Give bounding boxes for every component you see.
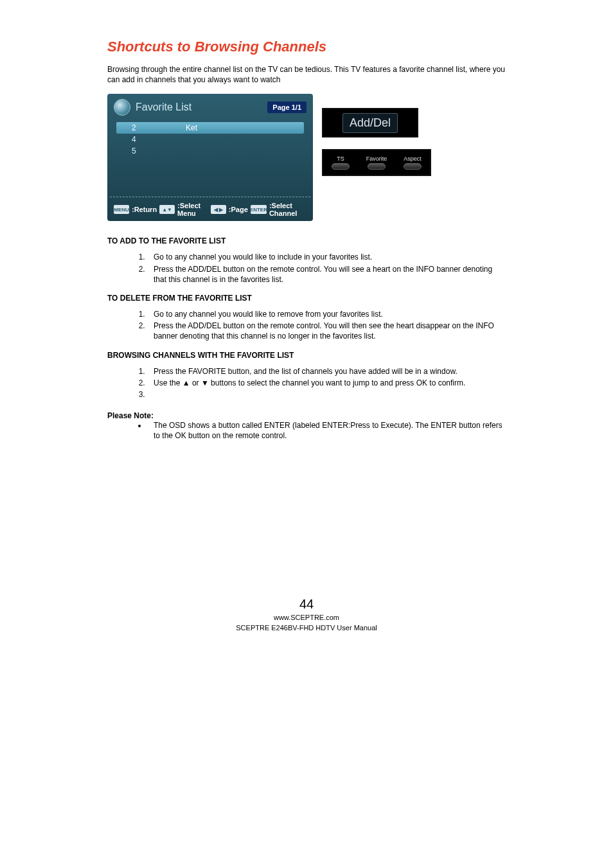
adddel-label: Add/Del (342, 113, 398, 133)
remote-key-icon (368, 163, 386, 170)
list-item: The OSD shows a button called ENTER (lab… (147, 420, 506, 441)
section-title-delete: TO DELETE FROM THE FAVORITE LIST (107, 294, 506, 303)
osd-channel-number: 2 (132, 123, 141, 132)
osd-channel-label: Ket (186, 123, 197, 132)
remote-button-aspect: Aspect (404, 155, 422, 170)
remote-key-icon (332, 163, 350, 170)
osd-footer-label: :Select Menu (177, 202, 208, 217)
updown-key-icon: ▲▼ (159, 205, 175, 214)
note-title: Please Note: (107, 411, 506, 420)
intro-text: Browsing through the entire channel list… (107, 64, 506, 85)
osd-channel-number: 4 (132, 135, 141, 144)
section-title-browse: BROWSING CHANNELS WITH THE FAVORITE LIST (107, 351, 506, 360)
remote-buttons-figure: TS Favorite Aspect (322, 149, 431, 176)
page-number: 44 (107, 595, 506, 613)
list-item: Press the ADD/DEL button on the remote c… (147, 264, 506, 285)
note-list: The OSD shows a button called ENTER (lab… (107, 420, 506, 441)
section-title-add: TO ADD TO THE FAVORITE LIST (107, 236, 506, 245)
enter-key-icon: ENTER (251, 205, 267, 214)
leftright-key-icon: ◀ ▶ (211, 205, 226, 214)
page-footer: 44 www.SCEPTRE.com SCEPTRE E246BV-FHD HD… (107, 595, 506, 633)
list-item: Press the FAVORITE button, and the list … (147, 366, 506, 376)
globe-icon (114, 99, 130, 116)
add-steps: Go to any channel you would like to incl… (107, 252, 506, 285)
browse-steps: Press the FAVORITE button, and the list … (107, 366, 506, 400)
footer-url: www.SCEPTRE.com (107, 613, 506, 623)
page-heading: Shortcuts to Browsing Channels (107, 39, 506, 55)
remote-button-label: Favorite (366, 155, 387, 162)
osd-footer: MENU :Return ▲▼ :Select Menu ◀ ▶ :Page E… (114, 200, 306, 218)
remote-button-favorite: Favorite (366, 155, 387, 170)
remote-button-label: Aspect (404, 155, 422, 162)
figure-row: Favorite List Page 1/1 2 Ket 4 5 MENU (107, 94, 506, 221)
remote-button-label: TS (337, 155, 344, 162)
list-item: Go to any channel you would like to incl… (147, 252, 506, 262)
remote-button-ts: TS (332, 155, 350, 170)
osd-footer-label: :Page (229, 206, 248, 213)
osd-favorite-list: Favorite List Page 1/1 2 Ket 4 5 MENU (107, 94, 313, 221)
list-item: Press the ADD/DEL button on the remote c… (147, 321, 506, 341)
remote-key-icon (404, 163, 422, 170)
adddel-button-figure: Add/Del (322, 108, 418, 137)
osd-page-badge: Page 1/1 (267, 102, 306, 113)
osd-footer-label: :Return (132, 206, 157, 213)
list-item (147, 389, 506, 400)
delete-steps: Go to any channel you would like to remo… (107, 309, 506, 342)
osd-footer-label: :Select Channel (269, 202, 306, 217)
osd-row: 4 (132, 134, 304, 145)
osd-divider (110, 197, 310, 197)
osd-header: Favorite List Page 1/1 (114, 99, 306, 120)
menu-key-icon: MENU (114, 205, 129, 214)
list-item: Use the ▲ or ▼ buttons to select the cha… (147, 378, 506, 388)
osd-title: Favorite List (136, 102, 191, 113)
osd-channel-number: 5 (132, 146, 141, 155)
osd-channel-list: 2 Ket 4 5 (114, 120, 306, 162)
list-item: Go to any channel you would like to remo… (147, 309, 506, 319)
osd-row: 5 (132, 145, 304, 157)
footer-manual: SCEPTRE E246BV-FHD HDTV User Manual (107, 623, 506, 633)
osd-row-selected: 2 Ket (116, 122, 304, 134)
